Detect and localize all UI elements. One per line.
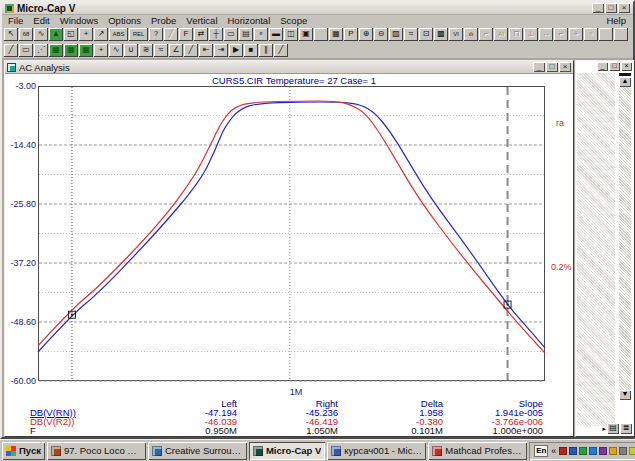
tray-icon[interactable]	[559, 447, 567, 455]
split-horizontal-button[interactable]: ▬	[269, 28, 283, 41]
menu-file[interactable]: File	[8, 15, 23, 26]
maximize-button[interactable]: □	[609, 62, 620, 71]
numeric-output-button[interactable]: ▦	[329, 28, 343, 41]
tray-icon[interactable]	[609, 447, 617, 455]
close-button[interactable]: ×	[559, 62, 571, 72]
dark-grid-button[interactable]: ▩	[434, 28, 448, 41]
maximize-button[interactable]: □	[546, 62, 558, 72]
text-button[interactable]: ≣	[620, 423, 632, 434]
grid-b-button[interactable]: ▦	[64, 44, 78, 57]
cursor-left-tag-button[interactable]: ⇤	[199, 44, 213, 57]
minimize-button[interactable]: _	[533, 62, 545, 72]
task-button[interactable]: Creative Surround Mix...	[148, 442, 247, 460]
rel-mode-button[interactable]: REL	[129, 28, 148, 41]
valley-wave-button[interactable]: ∪	[124, 44, 138, 57]
data-points-button[interactable]: ⇄	[194, 28, 208, 41]
scrollbar-track[interactable]	[619, 87, 631, 390]
pause-button-button[interactable]: ∥	[259, 44, 273, 57]
tray-icon[interactable]	[629, 447, 635, 455]
clipboard-button[interactable]: ▤	[239, 28, 253, 41]
minimize-button[interactable]: _	[592, 3, 604, 13]
connector-line-button[interactable]: ╱	[274, 44, 288, 57]
scroll-up-button[interactable]: ▲	[619, 77, 631, 87]
blank-window-button[interactable]	[314, 28, 328, 41]
task-button[interactable]: курсач001 - Microsoft...	[327, 442, 426, 460]
grid-a-button[interactable]: ▦	[49, 44, 63, 57]
waveform-label[interactable]: DB(V(R2))	[30, 417, 74, 426]
cursor-mode-button[interactable]: +	[79, 28, 93, 41]
zoom-out-button[interactable]: ⊖	[374, 28, 388, 41]
task-button[interactable]: Mathcad Professional ...	[428, 442, 527, 460]
tray-icon[interactable]	[579, 447, 587, 455]
rectangle-tool-button[interactable]: ▭	[19, 44, 33, 57]
task-button[interactable]: 97. Poco Loco Gant - ...	[47, 442, 146, 460]
cursor-right-tag-button[interactable]: ⇥	[214, 44, 228, 57]
start-label: Пуск	[19, 445, 41, 456]
pattern-button[interactable]: ▨	[389, 28, 403, 41]
keyboard-layout-indicator[interactable]: En	[534, 445, 548, 457]
scale-mode-button[interactable]: ◱	[64, 28, 78, 41]
waveform-pick-button[interactable]: ∿	[34, 28, 48, 41]
frequency-response-plot[interactable]	[36, 84, 549, 385]
main-titlebar[interactable]: Micro-Cap V _□×	[2, 2, 633, 15]
mdi-area: AC Analysis _□× CURS5.CIR Temperature= 2…	[2, 58, 633, 437]
start-button[interactable]: Пуск	[2, 442, 45, 460]
print-button[interactable]: P	[344, 28, 358, 41]
menu-horizontal[interactable]: Horizontal	[228, 15, 271, 26]
sine-wave-button[interactable]: ∿	[109, 44, 123, 57]
scroll-right-arrow[interactable]: ▸	[602, 425, 606, 433]
measure-tool-button[interactable]: ⋰	[34, 44, 48, 57]
multi-wave-button[interactable]: ≋	[139, 44, 153, 57]
panel-button[interactable]: ⊡	[419, 28, 433, 41]
ramp-wave-button[interactable]: ∠	[169, 44, 183, 57]
waveform-list-button[interactable]: ≈	[404, 28, 418, 41]
stop-button-button[interactable]: ■	[244, 44, 258, 57]
minimize-button[interactable]: _	[597, 62, 608, 71]
noise-wave-button[interactable]: ≈	[154, 44, 168, 57]
close-button[interactable]: ×	[621, 62, 632, 71]
run-button-button[interactable]: ▶	[229, 44, 243, 57]
tray-chevron[interactable]: «	[551, 446, 556, 456]
split-vertical-button[interactable]: ◫	[284, 28, 298, 41]
degrees-button[interactable]: ∘	[254, 28, 268, 41]
text-tool-button[interactable]: F	[179, 28, 193, 41]
value-cell: 1.000e+000	[433, 426, 543, 435]
help-mode-button[interactable]: ?	[149, 28, 163, 41]
tag-horizontal-button[interactable]: ┼	[209, 28, 223, 41]
menu-vertical[interactable]: Vertical	[186, 15, 217, 26]
analysis-limits-button[interactable]: ▲	[49, 28, 63, 41]
menu-help[interactable]: Help	[606, 15, 626, 26]
tray-icon[interactable]	[569, 447, 577, 455]
grid-c-button[interactable]: ▦	[79, 44, 93, 57]
skew-line-button[interactable]: ╱	[184, 44, 198, 57]
tray-icon[interactable]	[589, 447, 597, 455]
menu-edit[interactable]: Edit	[33, 15, 49, 26]
menu-scope[interactable]: Scope	[280, 15, 307, 26]
tray-icon[interactable]	[619, 447, 627, 455]
maximize-button[interactable]: □	[605, 3, 617, 13]
waveform-label[interactable]: F	[30, 426, 36, 435]
select-tool-button[interactable]: ↖	[4, 28, 18, 41]
vi-plot-button[interactable]: VI	[449, 28, 463, 41]
menu-windows[interactable]: Windows	[60, 15, 99, 26]
menu-probe[interactable]: Probe	[151, 15, 176, 26]
page-button[interactable]: ▤	[607, 423, 619, 434]
cursor-table-row: F0.950M1.050M0.101M1.000e+000	[5, 426, 573, 435]
tag-vertical-button[interactable]: ▭	[224, 28, 238, 41]
line-tool-button[interactable]: ╱	[4, 44, 18, 57]
histogram-button[interactable]: ılı	[464, 28, 478, 41]
task-icon	[253, 446, 263, 456]
menu-options[interactable]: Options	[108, 15, 141, 26]
tray-icon[interactable]	[599, 447, 607, 455]
close-button[interactable]: ×	[618, 3, 630, 13]
zoom-in-button[interactable]: ⊕	[359, 28, 373, 41]
abs-mode-button[interactable]: ABS	[109, 28, 128, 41]
task-button[interactable]: Micro-Cap V	[249, 442, 325, 460]
component-68-button[interactable]: 68	[19, 28, 33, 41]
ac-titlebar[interactable]: AC Analysis _□×	[5, 61, 573, 74]
crosshair-tool-button[interactable]: +	[94, 44, 108, 57]
point-tag-button[interactable]: ↗	[94, 28, 108, 41]
ac-analysis-window: AC Analysis _□× CURS5.CIR Temperature= 2…	[4, 60, 574, 437]
cascade-windows-button[interactable]: ▣	[299, 28, 313, 41]
scroll-down-button[interactable]: ▼	[619, 390, 631, 400]
